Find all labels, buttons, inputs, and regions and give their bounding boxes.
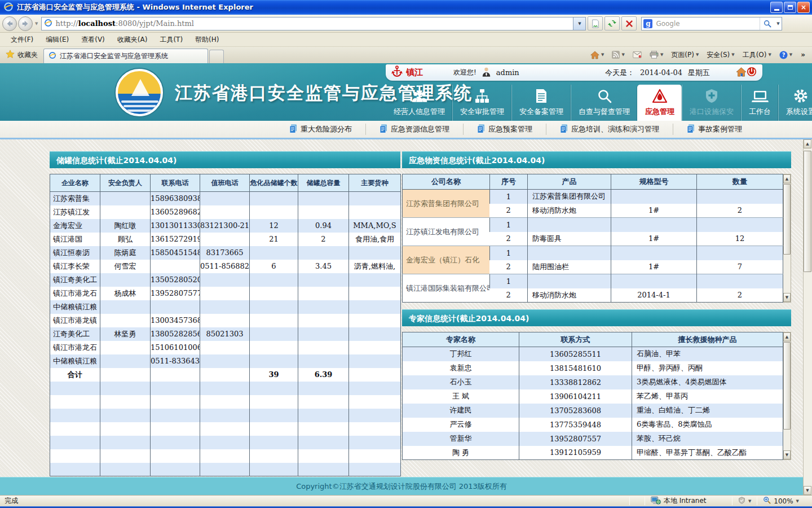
refresh-button[interactable]: [604, 16, 620, 30]
main-nav-label: 工作台: [749, 107, 771, 117]
protected-mode-button[interactable]: ▼: [734, 497, 756, 506]
logout-icon[interactable]: [747, 67, 757, 78]
safety-menu-button[interactable]: 安全(S)▼: [704, 49, 737, 61]
search-box[interactable]: g Google ▼: [641, 17, 782, 30]
subnav-doc-icon: [289, 124, 297, 135]
scroll-down-icon[interactable]: ▼: [804, 486, 811, 495]
scroll-up-icon[interactable]: ▲: [804, 139, 811, 148]
main-nav-item[interactable]: 安全审批管理: [452, 85, 511, 121]
page-menu-button[interactable]: 页面(P)▼: [668, 49, 701, 61]
table-cell: [298, 327, 349, 341]
experts-scrollbar[interactable]: ▲ ▼: [783, 332, 791, 460]
table-cell: 合计: [50, 368, 100, 382]
scrollbar-thumb[interactable]: [804, 151, 811, 272]
menu-item[interactable]: 查看(V): [75, 35, 111, 45]
table-cell: 13003457368: [151, 314, 200, 327]
experts-panel-title: 专家信息统计(截止2014.04.04): [402, 309, 791, 326]
tank-table-row: [50, 436, 401, 449]
scroll-up-icon[interactable]: ▲: [783, 174, 791, 183]
tab-favicon-icon: [48, 51, 56, 61]
close-button[interactable]: ×: [797, 2, 810, 13]
user-bar: 镇江 欢迎您! admin 今天是： 2014-04-04 星期五: [386, 64, 762, 81]
main-nav-item[interactable]: 系统设置: [778, 85, 812, 121]
tank-table-row: [50, 382, 401, 395]
subnav-item[interactable]: 应急资源信息管理: [365, 124, 463, 135]
browser-tab[interactable]: 江苏省港口安全监管与应急管理系统: [43, 49, 208, 63]
favorites-bar: 收藏夹 江苏省港口安全监管与应急管理系统 ▼ ▼ ▼ 页面(P)▼ 安全(S)▼…: [0, 47, 812, 63]
scroll-up-icon[interactable]: ▲: [783, 332, 791, 341]
main-nav-item[interactable]: 经营人信息管理: [386, 85, 452, 121]
google-icon: g: [643, 19, 652, 28]
subnav-item[interactable]: 应急培训、演练和演习管理: [546, 124, 673, 135]
history-dropdown-icon[interactable]: ▼: [35, 21, 38, 26]
menu-item[interactable]: 编辑(E): [39, 35, 75, 45]
stop-button[interactable]: [621, 16, 637, 30]
compatibility-view-button[interactable]: [588, 16, 603, 30]
table-cell: [349, 300, 401, 314]
subnav-item[interactable]: 事故案例管理: [673, 124, 756, 135]
resize-grip[interactable]: [804, 497, 811, 505]
menu-item[interactable]: 帮助(H): [189, 35, 225, 45]
people-icon: [411, 90, 429, 103]
table-cell: [200, 463, 250, 476]
table-cell: 15850451548: [151, 246, 200, 260]
scrollbar-thumb[interactable]: [783, 342, 791, 430]
intranet-icon: [651, 496, 661, 506]
subnav-item[interactable]: 重大危险源分布: [276, 124, 365, 135]
favorites-button[interactable]: 收藏夹: [0, 50, 43, 63]
back-button[interactable]: [2, 16, 17, 31]
address-bar[interactable]: http://localhost:8080/yjpt/Main.html ▼: [41, 17, 586, 30]
table-cell: [200, 382, 250, 395]
minimize-button[interactable]: [770, 2, 783, 13]
search-placeholder: Google: [656, 20, 760, 28]
page-scrollbar[interactable]: ▲ ▼: [803, 139, 812, 495]
table-cell: 12: [697, 232, 783, 246]
menu-item[interactable]: 文件(F): [5, 35, 39, 45]
zoom-control[interactable]: 100% ▼: [758, 496, 804, 506]
column-header: 公司名称: [403, 174, 490, 190]
table-cell: 移动消防水炮: [528, 204, 611, 218]
read-mail-button[interactable]: [630, 49, 645, 61]
menu-item[interactable]: 工具(T): [153, 35, 189, 45]
search-dropdown-icon[interactable]: ▼: [774, 21, 782, 26]
search-icon[interactable]: [760, 17, 774, 30]
current-date: 2014-04-04: [640, 68, 682, 77]
scroll-down-icon[interactable]: ▼: [783, 293, 791, 302]
supplies-scrollbar[interactable]: ▲ ▼: [783, 174, 791, 303]
tank-table: 企业名称安全负责人联系电话值班电话危化品储罐个数储罐总容量主要货种 江苏索普集1…: [50, 174, 401, 476]
home-button[interactable]: ▼: [588, 49, 607, 61]
subnav-item[interactable]: 应急预案管理: [463, 124, 546, 135]
menu-item[interactable]: 收藏夹(A): [111, 35, 154, 45]
main-nav-item[interactable]: 工作台: [741, 85, 778, 121]
overflow-chevron[interactable]: »: [797, 51, 809, 59]
main-nav-item[interactable]: 应急管理: [637, 85, 682, 121]
table-cell: 管新华: [403, 432, 519, 446]
home-shortcut-icon[interactable]: [736, 67, 747, 78]
tools-menu-button[interactable]: 工具(O)▼: [740, 49, 774, 61]
table-cell: 13615272919: [151, 233, 200, 246]
print-button[interactable]: ▼: [647, 49, 666, 61]
scroll-down-icon[interactable]: ▼: [783, 450, 791, 459]
column-header: 危化品储罐个数: [250, 174, 298, 192]
address-dropdown-icon[interactable]: ▼: [573, 17, 585, 30]
table-cell: 沥青,燃料油,: [349, 260, 401, 273]
scrollbar-thumb[interactable]: [783, 184, 791, 255]
forward-button[interactable]: [18, 16, 33, 31]
column-header: 值班电话: [200, 174, 250, 192]
table-cell: [349, 327, 401, 341]
table-cell: 中储粮镇江粮: [50, 354, 100, 368]
restore-button[interactable]: [784, 2, 796, 13]
column-header: 主要货种: [349, 174, 401, 192]
help-button[interactable]: ?▼: [776, 49, 795, 61]
table-cell: MMA,MO,S: [349, 219, 401, 233]
subnav-label: 应急预案管理: [488, 124, 532, 134]
table-cell: 杨成林: [100, 287, 151, 300]
new-tab-button[interactable]: [209, 50, 224, 63]
tank-table-row: 镇江市港龙镇13003457368: [50, 314, 401, 327]
main-nav-item[interactable]: 安全备案管理: [511, 85, 571, 121]
table-cell: 2: [697, 288, 783, 303]
table-cell: [200, 287, 250, 300]
main-nav-item[interactable]: 自查与督查管理: [571, 85, 637, 121]
table-cell: 15896380938: [151, 192, 200, 205]
feeds-button[interactable]: ▼: [609, 49, 627, 61]
